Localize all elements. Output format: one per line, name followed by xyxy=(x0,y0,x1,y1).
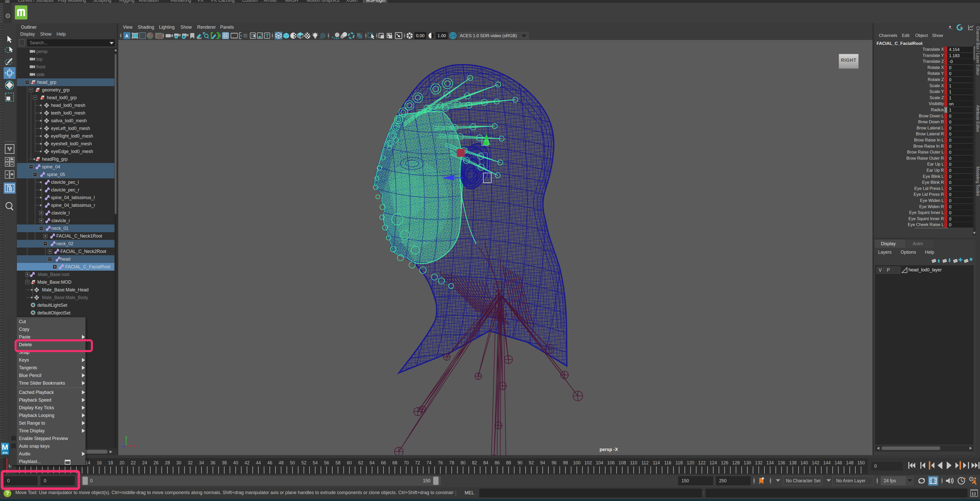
svg-text:28: 28 xyxy=(165,460,170,465)
svg-text:126: 126 xyxy=(721,460,729,465)
svg-text:36: 36 xyxy=(210,460,215,465)
svg-text:64: 64 xyxy=(370,460,375,465)
svg-text:70: 70 xyxy=(404,460,409,465)
svg-text:112: 112 xyxy=(641,460,649,465)
svg-text:104: 104 xyxy=(596,460,603,465)
svg-text:108: 108 xyxy=(619,460,626,465)
svg-text:16: 16 xyxy=(97,460,102,465)
svg-text:20: 20 xyxy=(119,460,124,465)
svg-text:76: 76 xyxy=(438,460,443,465)
svg-text:132: 132 xyxy=(755,460,762,465)
svg-text:{;}: {;} xyxy=(972,491,976,496)
svg-text:30: 30 xyxy=(177,460,181,465)
svg-text:100: 100 xyxy=(573,460,581,465)
svg-text:90: 90 xyxy=(517,460,522,465)
svg-text:120: 120 xyxy=(687,460,694,465)
svg-text:122: 122 xyxy=(698,460,706,465)
svg-text:60: 60 xyxy=(347,460,352,465)
svg-text:124: 124 xyxy=(710,460,717,465)
svg-text:52: 52 xyxy=(301,460,306,465)
svg-text:ON: ON xyxy=(451,34,455,37)
svg-text:ACES 1.0 SDR-video (sRGB): ACES 1.0 SDR-video (sRGB) xyxy=(460,34,517,38)
svg-text:130: 130 xyxy=(744,460,751,465)
svg-text:50: 50 xyxy=(290,460,295,465)
svg-text:54: 54 xyxy=(313,460,318,465)
svg-text:T: T xyxy=(266,33,269,38)
svg-text:58: 58 xyxy=(336,460,340,465)
svg-text:84: 84 xyxy=(484,460,488,465)
svg-text:144: 144 xyxy=(823,460,831,465)
svg-text:128: 128 xyxy=(732,460,740,465)
svg-text:40: 40 xyxy=(233,460,239,465)
svg-text:42: 42 xyxy=(245,460,249,465)
svg-text:0.00: 0.00 xyxy=(416,34,425,38)
svg-text:+: + xyxy=(6,172,8,177)
svg-text:46: 46 xyxy=(267,460,272,465)
svg-text:32: 32 xyxy=(188,460,192,465)
svg-text:148: 148 xyxy=(846,460,853,465)
svg-text:78: 78 xyxy=(449,460,454,465)
svg-text:118: 118 xyxy=(676,460,683,465)
svg-text:48: 48 xyxy=(278,460,283,465)
svg-text:z: z xyxy=(121,442,123,446)
svg-text:110: 110 xyxy=(630,460,637,465)
svg-text:142: 142 xyxy=(812,460,819,465)
svg-text:y: y xyxy=(125,436,127,439)
svg-text:102: 102 xyxy=(584,460,592,465)
svg-text:56: 56 xyxy=(324,460,329,465)
svg-text:80: 80 xyxy=(461,460,466,465)
svg-text:1.00: 1.00 xyxy=(438,34,446,38)
svg-text:22: 22 xyxy=(131,460,136,465)
svg-text:96: 96 xyxy=(552,460,556,465)
svg-text:136: 136 xyxy=(778,460,785,465)
svg-text:74: 74 xyxy=(426,460,432,465)
svg-text:+: + xyxy=(11,162,13,166)
svg-text:26: 26 xyxy=(154,460,159,465)
svg-text:134: 134 xyxy=(766,460,774,465)
svg-text:86: 86 xyxy=(495,460,500,465)
svg-text:+: + xyxy=(6,162,8,166)
svg-text:146: 146 xyxy=(835,460,842,465)
svg-text:88: 88 xyxy=(506,460,511,465)
svg-text:18: 18 xyxy=(108,460,113,465)
svg-text:116: 116 xyxy=(664,460,671,465)
svg-text:150: 150 xyxy=(858,460,865,465)
svg-text:98: 98 xyxy=(563,460,568,465)
svg-text:106: 106 xyxy=(607,460,615,465)
svg-text:68: 68 xyxy=(393,460,397,465)
svg-text:66: 66 xyxy=(381,460,386,465)
svg-text:72: 72 xyxy=(415,460,420,465)
svg-text:94: 94 xyxy=(540,460,545,465)
svg-text:92: 92 xyxy=(529,460,534,465)
svg-text:+: + xyxy=(6,157,8,161)
svg-text:138: 138 xyxy=(789,460,797,465)
svg-text:A: A xyxy=(125,34,128,38)
svg-text:140: 140 xyxy=(800,460,808,465)
svg-text:44: 44 xyxy=(256,460,261,465)
svg-text:82: 82 xyxy=(472,460,477,465)
svg-text:114: 114 xyxy=(653,460,660,465)
svg-text:62: 62 xyxy=(358,460,363,465)
svg-text:14: 14 xyxy=(85,460,91,465)
svg-text:34: 34 xyxy=(199,460,204,465)
svg-text:24: 24 xyxy=(142,460,147,465)
svg-text:x: x xyxy=(133,444,135,448)
svg-text:38: 38 xyxy=(222,460,227,465)
